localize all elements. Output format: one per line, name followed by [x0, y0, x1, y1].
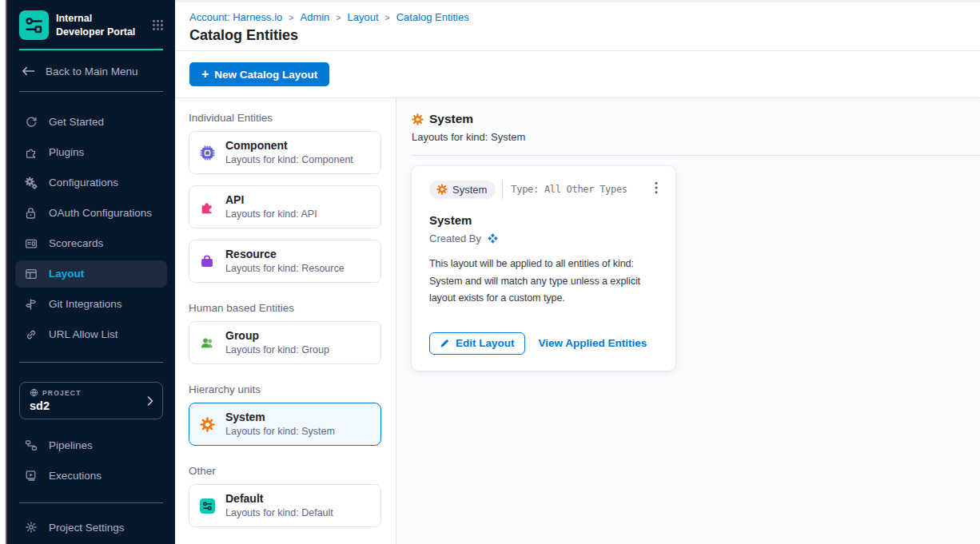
system-gear-icon — [436, 184, 448, 195]
breadcrumb-catalog-entities[interactable]: Catalog Entities — [396, 11, 469, 23]
sidebar-item-project-settings[interactable]: Project Settings — [15, 514, 167, 541]
window-edge-gutter — [0, 0, 7, 544]
kebab-menu-icon[interactable] — [650, 180, 663, 196]
back-arrow-icon — [22, 66, 35, 77]
chevron-right-icon — [147, 395, 153, 406]
chip-separator — [502, 180, 503, 199]
entity-desc: Layouts for kind: Component — [225, 153, 353, 167]
sidebar-logo-row: Internal Developer Portal — [7, 0, 175, 46]
chip-label: System — [452, 184, 487, 196]
component-icon — [199, 145, 215, 161]
breadcrumb-separator: > — [336, 12, 341, 22]
new-catalog-layout-button[interactable]: + New Catalog Layout — [189, 62, 329, 86]
entity-card-component[interactable]: Component Layouts for kind: Component — [189, 131, 381, 174]
entity-name: Default — [225, 491, 333, 506]
kind-heading: System — [429, 112, 473, 126]
sidebar: Internal Developer Portal Back to Main M… — [7, 0, 175, 544]
sidebar-item-executions[interactable]: Executions — [15, 462, 167, 489]
entity-card-api[interactable]: API Layouts for kind: API — [189, 185, 381, 228]
entity-name: API — [225, 193, 317, 208]
sidebar-item-label: Configurations — [49, 177, 118, 189]
section-label-other: Other — [189, 465, 381, 477]
sidebar-item-layout[interactable]: Layout — [15, 260, 167, 288]
entity-desc: Layouts for kind: Group — [225, 343, 329, 357]
entity-card-system[interactable]: System Layouts for kind: System — [189, 403, 381, 446]
default-icon — [199, 498, 215, 514]
plugins-icon — [24, 146, 38, 159]
git-signpost-icon — [24, 298, 38, 311]
sidebar-item-scorecards[interactable]: Scorecards — [15, 230, 167, 257]
sidebar-item-oauth-configurations[interactable]: OAuth Configurations — [15, 200, 167, 227]
project-label: PROJECT — [42, 389, 82, 397]
sidebar-item-label: Scorecards — [49, 237, 103, 249]
entity-name: Group — [225, 328, 329, 343]
entity-card-group[interactable]: Group Layouts for kind: Group — [189, 321, 381, 364]
idp-logo-icon — [19, 10, 49, 40]
pencil-icon — [440, 338, 450, 348]
sidebar-nav-project: Pipelines Executions — [7, 419, 175, 492]
sidebar-item-git-integrations[interactable]: Git Integrations — [15, 291, 167, 318]
entity-list-panel: Individual Entities — [175, 98, 396, 544]
created-by-label: Created By — [429, 232, 481, 244]
link-icon — [24, 328, 38, 341]
entity-desc: Layouts for kind: API — [225, 208, 317, 221]
gear-icon — [24, 521, 38, 534]
sidebar-item-pipelines[interactable]: Pipelines — [15, 431, 167, 459]
sidebar-item-label: Git Integrations — [49, 298, 122, 310]
breadcrumb-layout[interactable]: Layout — [347, 11, 378, 23]
breadcrumb-separator: > — [289, 12, 293, 22]
project-selector[interactable]: PROJECT sd2 — [19, 382, 163, 419]
breadcrumb: Account: Harness.io > Admin > Layout > C… — [189, 11, 980, 23]
entity-name: Resource — [225, 247, 345, 262]
harness-creator-icon — [487, 232, 499, 244]
page-title: Catalog Entities — [189, 27, 980, 44]
view-applied-entities-link[interactable]: View Applied Entities — [539, 337, 647, 349]
app-grid-icon[interactable] — [150, 18, 165, 33]
sidebar-item-plugins[interactable]: Plugins — [15, 139, 167, 166]
entity-desc: Layouts for kind: Default — [225, 506, 333, 520]
layout-title: System — [429, 213, 658, 227]
content-area: Individual Entities — [175, 98, 980, 544]
sidebar-item-label: Executions — [49, 470, 102, 482]
app-title: Internal Developer Portal — [56, 12, 143, 38]
api-icon — [199, 200, 215, 215]
sidebar-item-configurations[interactable]: Configurations — [15, 169, 167, 197]
edit-layout-button[interactable]: Edit Layout — [429, 332, 525, 355]
entity-card-default[interactable]: Default Layouts for kind: Default — [189, 484, 381, 527]
executions-icon — [24, 469, 38, 482]
project-icon — [30, 388, 38, 397]
resource-icon — [199, 254, 215, 268]
entity-name: System — [225, 410, 335, 425]
sidebar-item-label: Project Settings — [49, 522, 125, 534]
kind-subheading: Layouts for kind: System — [412, 131, 980, 143]
section-label-individual: Individual Entities — [189, 112, 381, 124]
page-header: Account: Harness.io > Admin > Layout > C… — [175, 2, 980, 51]
edit-layout-label: Edit Layout — [456, 337, 515, 349]
sidebar-item-url-allow-list[interactable]: URL Allow List — [15, 321, 167, 348]
layout-icon — [24, 268, 38, 280]
panel-divider — [412, 155, 980, 156]
group-icon — [199, 336, 215, 350]
breadcrumb-account[interactable]: Account: Harness.io — [189, 11, 282, 23]
configurations-icon — [24, 177, 38, 189]
pipelines-icon — [24, 439, 38, 451]
get-started-icon — [24, 116, 38, 129]
type-text: Type: All Other Types — [511, 184, 627, 195]
sidebar-item-label: Layout — [49, 268, 84, 280]
sidebar-item-label: Get Started — [49, 116, 104, 128]
back-to-main-menu[interactable]: Back to Main Menu — [19, 50, 163, 92]
breadcrumb-admin[interactable]: Admin — [300, 11, 329, 23]
entity-card-resource[interactable]: Resource Layouts for kind: Resource — [189, 240, 381, 283]
sidebar-nav: Get Started Plugins — [7, 92, 175, 351]
sidebar-item-label: OAuth Configurations — [49, 207, 152, 219]
sidebar-nav-settings: Project Settings — [7, 503, 175, 544]
sidebar-item-get-started[interactable]: Get Started — [15, 109, 167, 136]
app-window: Internal Developer Portal Back to Main M… — [0, 0, 980, 544]
system-gear-icon — [412, 113, 424, 125]
scorecard-icon — [24, 237, 38, 250]
main-area: Account: Harness.io > Admin > Layout > C… — [175, 0, 980, 544]
sidebar-divider — [19, 362, 163, 363]
plus-icon: + — [201, 67, 209, 81]
layout-detail-panel: System Layouts for kind: System — [396, 98, 980, 544]
entity-name: Component — [225, 138, 353, 153]
